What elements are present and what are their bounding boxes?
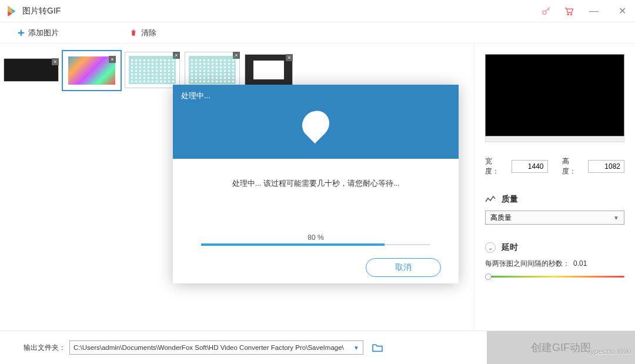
preview-box (485, 54, 624, 136)
drop-icon (296, 105, 335, 143)
titlebar: 图片转GIF — ✕ (0, 0, 635, 22)
modal-header: 处理中... (173, 85, 459, 159)
dimensions-row: 宽度： 高度： (485, 156, 624, 176)
minimize-button[interactable]: — (586, 6, 602, 16)
window-title: 图片转GIF (22, 6, 61, 16)
progress-percent: 80 % (201, 233, 430, 242)
output-folder-label: 输出文件夹： (24, 343, 66, 353)
close-button[interactable]: ✕ (614, 5, 630, 16)
quality-header: 质量 (485, 194, 624, 205)
output-path-text: C:\Users\admin\Documents\WonderFox Soft\… (73, 344, 344, 351)
thumb-close-icon[interactable]: × (286, 54, 293, 61)
add-image-label: 添加图片 (28, 28, 59, 38)
delay-section: ⌄ 延时 每两张图之间间隔的秒数：0.01 (485, 242, 624, 280)
quality-section: 质量 高质量 ▼ (485, 194, 624, 225)
delay-header: ⌄ 延时 (485, 242, 624, 253)
settings-panel: 宽度： 高度： 质量 高质量 ▼ ⌄ 延时 每两张图之间间隔的秒 (474, 44, 635, 330)
progress-bar: 80 % (201, 233, 430, 245)
slider-knob[interactable] (485, 273, 492, 280)
trash-icon (129, 28, 138, 37)
modal-body: 处理中... 该过程可能需要几十秒，请您耐心等待... 80 % 取消 (173, 159, 459, 283)
delay-value: 0.01 (573, 259, 587, 268)
cart-icon[interactable] (563, 6, 574, 16)
bottom-bar: 输出文件夹： C:\Users\admin\Documents\WonderFo… (0, 330, 635, 364)
thumb-item[interactable]: × (4, 58, 59, 82)
toolbar: + 添加图片 清除 (0, 22, 635, 44)
quality-icon (485, 195, 496, 203)
cancel-button[interactable]: 取消 (366, 258, 441, 277)
progress-track (201, 244, 430, 245)
dropdown-arrow-icon: ▼ (613, 215, 619, 221)
quality-value: 高质量 (490, 213, 512, 223)
watermark-text: Typecho.Wiki (586, 347, 631, 356)
open-folder-button[interactable] (372, 343, 383, 352)
thumb-item[interactable]: × (185, 52, 240, 88)
height-label: 高度： (562, 156, 583, 176)
thumb-item[interactable]: × (63, 52, 120, 89)
thumb-close-icon[interactable]: × (109, 56, 116, 63)
slider-track (485, 276, 624, 278)
svg-point-2 (570, 14, 572, 15)
chevron-down-icon[interactable]: ⌄ (485, 242, 496, 253)
delay-slider[interactable] (485, 272, 624, 280)
thumb-close-icon[interactable]: × (173, 52, 180, 59)
svg-point-1 (567, 14, 569, 15)
clear-label: 清除 (141, 28, 156, 38)
add-image-button[interactable]: + 添加图片 (18, 27, 59, 39)
delay-label: 延时 (502, 242, 518, 253)
modal-title: 处理中... (181, 91, 450, 101)
thumb-close-icon[interactable]: × (52, 58, 59, 65)
svg-point-0 (543, 11, 546, 14)
output-path-dropdown[interactable]: C:\Users\admin\Documents\WonderFox Soft\… (69, 340, 363, 355)
dropdown-arrow-icon: ▼ (353, 345, 359, 351)
thumb-close-icon[interactable]: × (233, 52, 240, 59)
quality-dropdown[interactable]: 高质量 ▼ (485, 211, 624, 225)
titlebar-actions: — ✕ (541, 5, 630, 16)
thumb-item[interactable]: × (125, 52, 180, 88)
key-icon[interactable] (541, 6, 552, 16)
thumb-item[interactable]: × (245, 54, 293, 86)
thumbnail-list: × × × × × (4, 52, 470, 89)
delay-description: 每两张图之间间隔的秒数：0.01 (485, 259, 624, 269)
width-label: 宽度： (485, 156, 506, 176)
preview-scrollbar[interactable] (485, 138, 624, 142)
quality-label: 质量 (502, 194, 518, 205)
width-input[interactable] (512, 160, 548, 173)
clear-button[interactable]: 清除 (129, 28, 156, 38)
processing-modal: 处理中... 处理中... 该过程可能需要几十秒，请您耐心等待... 80 % … (173, 85, 459, 283)
plus-icon: + (18, 27, 25, 39)
height-input[interactable] (588, 160, 624, 173)
app-logo-icon (5, 5, 18, 18)
progress-fill (201, 243, 385, 246)
modal-message: 处理中... 该过程可能需要几十秒，请您耐心等待... (232, 179, 399, 189)
